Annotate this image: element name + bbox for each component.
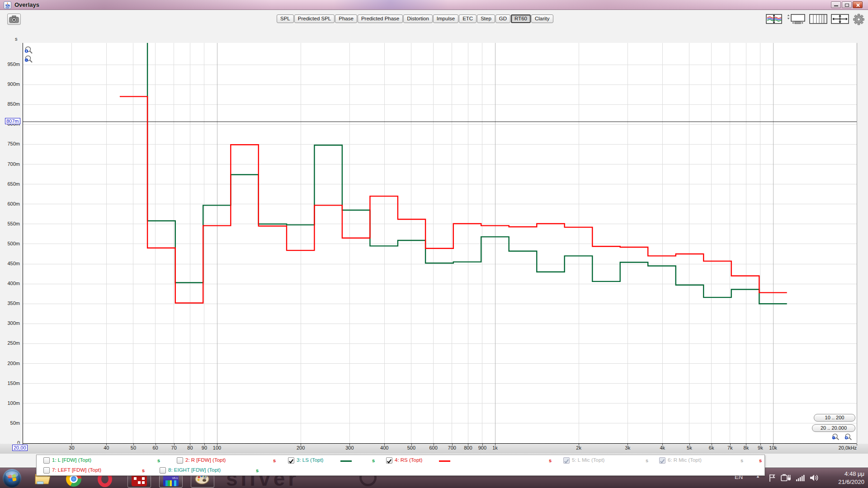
- check-icon: [288, 459, 294, 464]
- legend-unit: s: [273, 458, 276, 463]
- legend-label: 8: EIGHT [FDW] (Topt): [168, 467, 221, 473]
- x-tick-label: 60: [152, 445, 158, 450]
- legend-checkbox[interactable]: [386, 457, 392, 464]
- check-icon: [387, 459, 392, 464]
- y-tick-label: 500m: [1, 241, 20, 246]
- x-tick-label: 40: [104, 445, 109, 450]
- cursor-frequency-readout: 20,00: [12, 445, 28, 451]
- x-tick-label: 20,0kHz: [839, 445, 857, 450]
- clock-time: 4:48 μμ: [825, 470, 864, 478]
- legend-label: 5: L Mic (Topt): [572, 457, 604, 463]
- windows-start-icon[interactable]: [3, 469, 21, 488]
- legend: 1: L [FDW] (Topt)s2: R [FDW] (Topt)s3: L…: [36, 455, 765, 476]
- window-title: Overlays: [14, 1, 39, 8]
- screen: Overlays SPLPredicted SPLPhasePredicted …: [0, 0, 868, 488]
- y-tick-label: 600m: [1, 201, 20, 206]
- range-20-20000-button[interactable]: 20 .. 20.000: [812, 424, 855, 432]
- check-icon: [660, 459, 665, 464]
- y-tick-label: 450m: [1, 261, 20, 266]
- legend-checkbox[interactable]: [288, 457, 294, 464]
- legend-checkbox[interactable]: [177, 457, 183, 464]
- zoom-out-magnifier-icon[interactable]: [24, 55, 33, 64]
- clock[interactable]: 4:48 μμ 21/6/2020: [825, 470, 864, 486]
- x-tick-label: 600: [429, 445, 437, 450]
- x-tick-label: 300: [345, 445, 354, 450]
- chart-canvas[interactable]: [0, 20, 868, 455]
- x-tick-label: 2k: [576, 445, 581, 450]
- y-tick-label: 750m: [1, 141, 20, 146]
- legend-label: 2: R [FDW] (Topt): [185, 457, 226, 463]
- y-tick-label: 300m: [1, 320, 20, 326]
- volume-icon[interactable]: [809, 474, 819, 482]
- y-tick-label: 850m: [1, 101, 20, 107]
- y-tick-label: 50m: [1, 420, 20, 426]
- x-tick-label: 4k: [660, 445, 665, 450]
- maximize-button[interactable]: [842, 1, 852, 8]
- range-10-200-button[interactable]: 10 .. 200: [814, 414, 855, 422]
- y-tick-label: 100m: [1, 400, 20, 406]
- y-tick-label: 900m: [1, 81, 20, 87]
- cursor-value-readout: 807m: [5, 118, 20, 124]
- legend-checkbox[interactable]: [43, 467, 50, 474]
- action-center-flag-icon[interactable]: [769, 474, 777, 483]
- legend-unit: s: [646, 458, 648, 463]
- x-tick-label: 90: [202, 445, 207, 450]
- legend-checkbox[interactable]: [160, 467, 166, 474]
- battery-plug-icon[interactable]: [780, 474, 791, 482]
- x-tick-label: 400: [380, 445, 388, 450]
- x-zoom-out-magnifier-icon[interactable]: [832, 433, 840, 441]
- y-tick-label: 650m: [1, 181, 20, 187]
- rt60-chart[interactable]: 950m900m850m800m750m700m650m600m550m500m…: [0, 20, 868, 455]
- x-tick-label: 50: [131, 445, 136, 450]
- x-tick-label: 1k: [492, 445, 498, 450]
- y-tick-label: 350m: [1, 300, 20, 306]
- legend-unit: s: [256, 468, 259, 473]
- x-tick-label: 9k: [758, 445, 763, 450]
- clock-date: 21/6/2020: [825, 478, 864, 486]
- x-tick-label: 800: [464, 445, 472, 450]
- java-coffee-icon: [4, 1, 11, 9]
- legend-label: 3: LS (Topt): [297, 457, 323, 463]
- y-tick-label: 950m: [1, 61, 20, 67]
- x-tick-label: 200: [297, 445, 305, 450]
- x-tick-label: 3k: [625, 445, 631, 450]
- legend-unit: s: [759, 458, 762, 463]
- legend-checkbox[interactable]: [659, 457, 665, 464]
- y-tick-label: 150m: [1, 380, 20, 386]
- zoom-in-magnifier-icon[interactable]: [24, 46, 33, 55]
- x-tick-label: 900: [478, 445, 486, 450]
- minimize-button[interactable]: [831, 1, 841, 8]
- network-signal-icon[interactable]: [796, 474, 805, 482]
- minimize-icon: [834, 5, 838, 6]
- x-tick-label: 5k: [687, 445, 692, 450]
- x-tick-label: 100: [213, 445, 221, 450]
- legend-label: 6: R Mic (Topt): [668, 457, 702, 463]
- legend-unit: s: [157, 458, 160, 463]
- x-tick-label: 500: [407, 445, 415, 450]
- x-tick-label: 700: [448, 445, 456, 450]
- close-button[interactable]: [853, 1, 863, 8]
- legend-unit: s: [142, 468, 145, 473]
- y-tick-label: 700m: [1, 161, 20, 167]
- y-tick-label: 550m: [1, 221, 20, 226]
- x-tick-label: 70: [171, 445, 177, 450]
- x-tick-mark: [857, 444, 857, 446]
- y-axis-unit: s: [15, 36, 18, 42]
- maximize-icon: [845, 4, 849, 7]
- legend-line-sample: [439, 460, 450, 462]
- x-tick-label: 80: [187, 445, 193, 450]
- x-zoom-in-magnifier-icon[interactable]: [844, 433, 853, 441]
- window-body: SPLPredicted SPLPhasePredicted PhaseDist…: [0, 10, 868, 468]
- legend-label: 1: L [FDW] (Topt): [52, 457, 91, 463]
- legend-unit: s: [372, 458, 375, 463]
- legend-checkbox[interactable]: [43, 457, 50, 464]
- x-tick-label: 10k: [769, 445, 777, 450]
- check-icon: [564, 459, 569, 464]
- x-tick-label: 6k: [709, 445, 714, 450]
- y-tick-label: 250m: [1, 340, 20, 346]
- legend-checkbox[interactable]: [563, 457, 570, 464]
- y-tick-label: 400m: [1, 281, 20, 286]
- x-tick-label: 7k: [727, 445, 733, 450]
- x-tick-label: 8k: [744, 445, 749, 450]
- titlebar[interactable]: Overlays: [0, 0, 868, 10]
